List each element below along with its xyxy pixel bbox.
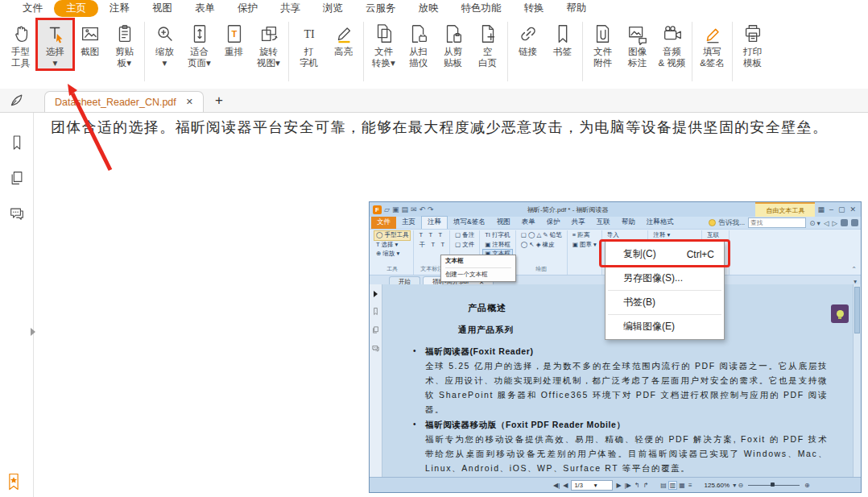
convert-icon — [373, 23, 395, 45]
toolbar-separator — [732, 22, 733, 81]
maximize-icon: ▢ — [838, 205, 845, 213]
embedded-tool: 互联 — [705, 231, 725, 240]
embedded-bullet-title: 福昕阅读器(Foxit Reader) — [425, 344, 828, 358]
toolbar-button-attachment[interactable]: 文件 附件 — [585, 20, 620, 68]
window-controls: ▦–▢✕ — [817, 205, 858, 213]
ribbon-toolbar: 手型 工具选择 ▾截图剪贴 板▾缩放 ▾适合 页面▾T重排旋转 视图▾TI打 字… — [0, 17, 868, 92]
context-menu-item-label: 复制(C) — [623, 247, 656, 261]
context-menu-item: 编辑图像(E) — [606, 315, 724, 338]
menu-item-特色功能[interactable]: 特色功能 — [450, 0, 513, 17]
toolbar-button-fit-page[interactable]: 适合 页面▾ — [182, 20, 217, 68]
embedded-title-bar: F ▱▣▤✉↶↷ 福昕-简介.pdf * - 福昕阅读器 自由文本工具 ▦–▢✕ — [370, 202, 861, 217]
context-menu-item-label: 编辑图像(E) — [623, 320, 675, 333]
toolbar-button-reflow[interactable]: T重排 — [217, 20, 251, 58]
embedded-tool: ◯ ↖ ◈ 橡皮 — [519, 241, 564, 250]
attachment-icon — [592, 23, 614, 45]
toolbar-button-label: 选择 ▾ — [46, 47, 64, 68]
embedded-foxit-screenshot[interactable]: F ▱▣▤✉↶↷ 福昕-简介.pdf * - 福昕阅读器 自由文本工具 ▦–▢✕… — [369, 201, 862, 493]
embedded-tool: ▣ 图章 ▾ — [571, 241, 598, 250]
menu-item-转换[interactable]: 转换 — [513, 0, 556, 17]
toolbar-button-bookmark[interactable]: 书签 — [545, 20, 580, 58]
bullet-dot: • — [413, 344, 425, 416]
toolbar-button-label: 图像 标注 — [628, 47, 647, 68]
toolbar-button-link[interactable]: 链接 — [510, 20, 545, 58]
menu-item-放映[interactable]: 放映 — [407, 0, 450, 17]
open-icon: ▱ — [384, 205, 390, 213]
left-sidebar — [0, 113, 34, 497]
toolbar-button-hand[interactable]: 手型 工具 — [3, 20, 38, 68]
quill-pencil-icon[interactable] — [8, 91, 27, 110]
toolbar-button-snapshot[interactable]: 截图 — [72, 20, 107, 58]
menu-item-视图[interactable]: 视图 — [141, 0, 184, 17]
embedded-tab-主页: 主页 — [396, 217, 421, 229]
embedded-window-title: 福昕-简介.pdf * - 福昕阅读器 — [527, 205, 608, 214]
toolbar-button-print-template[interactable]: 打印 模板 — [735, 20, 770, 68]
zoom-slider — [748, 485, 800, 486]
menu-item-表单[interactable]: 表单 — [184, 0, 226, 17]
menu-item-主页[interactable]: 主页 — [54, 0, 98, 17]
toolbar-button-label: 文件 转换▾ — [372, 47, 395, 68]
fit-page-icon — [188, 23, 211, 45]
toolbar-button-fill-sign[interactable]: 填写 &签名 — [695, 20, 730, 68]
next-icon: ▷ — [832, 219, 837, 227]
menu-item-共享[interactable]: 共享 — [269, 0, 312, 17]
bell-icon — [841, 219, 848, 226]
toolbar-button-convert[interactable]: 文件 转换▾ — [366, 20, 401, 68]
toolbar-button-select[interactable]: 选择 ▾ — [38, 20, 72, 68]
embedded-tab-视图: 视图 — [491, 217, 516, 229]
menu-bar: 文件主页注释视图表单保护共享浏览云服务放映特色功能转换帮助 — [0, 0, 868, 17]
lightbulb-annotation-icon — [831, 304, 849, 323]
toolbar-button-blank-page[interactable]: 空 白页 — [470, 20, 505, 68]
clipboard-icon — [114, 23, 136, 45]
pages-panel-icon[interactable] — [8, 169, 26, 187]
embedded-bullet-item: •福昕阅读器移动版（Foxit PDF Reader Mobile）福昕专为您的… — [413, 417, 845, 475]
new-tab-button[interactable]: + — [215, 93, 223, 109]
favorites-star-icon[interactable] — [5, 472, 23, 491]
document-tab[interactable]: Datasheet_Reader_CN.pdf ✕ — [44, 91, 204, 112]
page-number-box: 1/3▾ — [571, 480, 613, 491]
tab-close-icon[interactable]: ✕ — [186, 97, 193, 107]
menu-item-保护[interactable]: 保护 — [226, 0, 269, 17]
embedded-ribbon-group-绘图: ▢ ◯ △ ✎ 铅笔◯ ↖ ◈ 橡皮绘图 — [516, 230, 568, 275]
menu-item-文件[interactable]: 文件 — [11, 0, 54, 17]
toolbar-button-scanner[interactable]: 从扫 描仪 — [401, 20, 436, 68]
settings-icon: ⊙ ▾ — [809, 219, 820, 227]
save-icon: ▣ — [392, 205, 399, 213]
toolbar-button-rotate-view[interactable]: 旋转 视图▾ — [251, 20, 286, 68]
embedded-tool: T T T — [417, 231, 446, 240]
toolbar-button-label: 手型 工具 — [11, 47, 30, 68]
fill-sign-icon — [701, 23, 724, 45]
menu-item-注释[interactable]: 注释 — [98, 0, 141, 17]
toolbar-separator — [363, 22, 364, 81]
comments-panel-icon[interactable] — [8, 205, 26, 222]
toolbar-button-paste-page[interactable]: 从剪 贴板 — [436, 20, 470, 68]
embedded-tool: TI 打字机 — [483, 231, 512, 240]
tell-me-label: 告诉我... — [719, 218, 746, 228]
foxit-logo-icon: F — [373, 205, 382, 214]
ribbon-collapse-icon: ⌃ — [849, 266, 859, 275]
embedded-tab-表单: 表单 — [516, 217, 541, 229]
toolbar-button-clipboard[interactable]: 剪贴 板▾ — [107, 20, 142, 68]
sidebar-expander-icon[interactable] — [31, 328, 35, 336]
menu-item-云服务[interactable]: 云服务 — [354, 0, 407, 17]
toolbar-button-label: 空 白页 — [478, 47, 497, 68]
toolbar-button-label: 填写 &签名 — [700, 47, 725, 68]
bookmarks-panel-icon[interactable] — [8, 134, 26, 151]
menu-item-浏览[interactable]: 浏览 — [312, 0, 354, 17]
toolbar-button-av[interactable]: 音频 & 视频 — [655, 20, 689, 68]
toolbar-button-zoom[interactable]: 缩放 ▾ — [147, 20, 182, 68]
menu-item-帮助[interactable]: 帮助 — [556, 0, 598, 17]
context-menu: 复制(C)Ctrl+C另存图像(S)...书签(B)编辑图像(E) — [605, 241, 725, 340]
embedded-tool: 干 T T — [417, 241, 446, 250]
toolbar-button-highlight[interactable]: 高亮 — [326, 20, 361, 58]
context-menu-item-label: 另存图像(S)... — [623, 271, 683, 285]
embedded-tab-共享: 共享 — [566, 217, 591, 229]
context-menu-item-label: 书签(B) — [623, 296, 655, 309]
toolbar-button-typewriter[interactable]: TI打 字机 — [291, 20, 326, 68]
contextual-tab-free-text-tool: 自由文本工具 — [755, 202, 815, 217]
toolbar-button-label: 打印 模板 — [743, 47, 762, 68]
embedded-scrollbar — [853, 284, 861, 478]
toolbar-button-image-annot[interactable]: 图像 标注 — [620, 20, 655, 68]
embedded-tool: T 选择 ▾ — [374, 241, 410, 250]
paste-page-icon — [442, 23, 465, 45]
